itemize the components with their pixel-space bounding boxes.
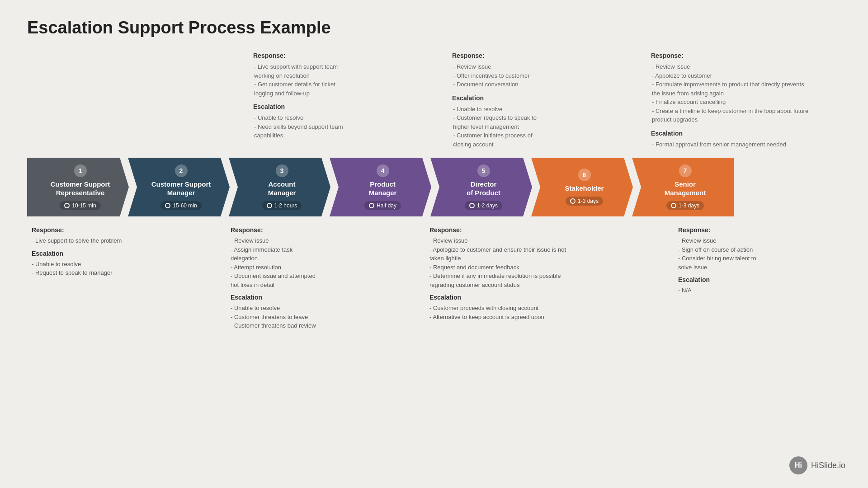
clock-icon-2 xyxy=(165,203,170,208)
bot-annot-e3-item3: - Customer threatens bad review xyxy=(231,321,321,330)
bottom-annotation-col6 xyxy=(574,225,674,330)
block-5: 5 Directorof Product 1-2 days xyxy=(430,158,532,216)
top-annot-r6-item5: - Create a timeline to keep customer in … xyxy=(652,107,809,124)
block-6-num: 6 xyxy=(578,169,591,181)
block-7-time-label: 1-3 days xyxy=(679,202,699,209)
top-annotation-col2: Response: - Live support with support te… xyxy=(249,51,348,149)
block-4-time-label: Half day xyxy=(377,202,396,209)
bot-annot-r7-item2: - Sign off on course of action xyxy=(678,245,769,254)
top-annot-e6-item1: - Formal approval from senior management… xyxy=(652,140,809,149)
bot-annot-e5-item2: - Alternative to keep account is agreed … xyxy=(429,313,570,322)
bottom-annotation-col7: Response: - Review issue - Sign off on c… xyxy=(674,225,773,330)
top-annot-e4-item2: - Customer requests to speak to higher l… xyxy=(453,113,542,131)
bottom-annotation-col5: Response: - Review issue - Apologize to … xyxy=(425,225,574,330)
bot-annot-e3-item2: - Customer threatens to leave xyxy=(231,313,321,322)
bot-annot-response-label-3: Response: xyxy=(231,225,321,235)
bot-annot-e5-item1: - Customer proceeds with closing account xyxy=(429,304,570,313)
logo-icon: Hi xyxy=(789,456,807,474)
bot-annot-r3-item3: - Attempt resolution xyxy=(231,263,321,272)
block-5-time-label: 1-2 days xyxy=(477,202,498,209)
bot-annot-e1-item1: - Unable to resolve xyxy=(32,260,122,269)
block-1: 1 Customer SupportRepresentative 10-15 m… xyxy=(27,158,129,216)
block-3-title: AccountManager xyxy=(268,180,296,197)
block-5-time: 1-2 days xyxy=(465,201,502,210)
block-7-title: SeniorManagement xyxy=(665,180,706,197)
block-3: 3 AccountManager 1-2 hours xyxy=(229,158,330,216)
block-2-num: 2 xyxy=(175,164,188,177)
top-annot-e4-item1: - Unable to resolve xyxy=(453,105,542,114)
bot-annot-esc-label-3: Escalation xyxy=(231,293,321,302)
bot-annot-r3-item2: - Assign immediate task delegation xyxy=(231,245,321,263)
bottom-annotation-col3: Response: - Review issue - Assign immedi… xyxy=(226,225,326,330)
block-6-time: 1-3 days xyxy=(566,197,603,206)
block-5-title: Directorof Product xyxy=(467,180,500,197)
bot-annot-r3-item1: - Review issue xyxy=(231,236,321,245)
bot-annot-e1-item2: - Request to speak to manager xyxy=(32,268,122,277)
block-1-time: 10-15 min xyxy=(60,201,100,210)
top-annot-r2-item2: - Get customer details for ticket loggin… xyxy=(254,80,344,98)
bottom-annotations-row: Response: - Live support to solve the pr… xyxy=(27,225,841,330)
bot-annot-r5-item3: - Request and document feedback xyxy=(429,263,570,272)
top-annot-e2-item1: - Unable to resolve xyxy=(254,113,344,122)
top-annot-e2-item2: - Need skills beyond support team capabi… xyxy=(254,122,344,140)
block-2-title: Customer SupportManager xyxy=(151,180,211,197)
block-3-time: 1-2 hours xyxy=(262,201,302,210)
bot-annot-esc-label-5: Escalation xyxy=(429,293,570,302)
bot-annot-e7-item1: - N/A xyxy=(678,286,769,295)
block-1-time-label: 10-15 min xyxy=(72,202,96,209)
block-3-time-label: 1-2 hours xyxy=(274,202,297,209)
bot-annot-r7-item3: - Consider hiring new talent to solve is… xyxy=(678,254,769,272)
top-annot-r2-item1: - Live support with support team working… xyxy=(254,62,344,80)
block-6-title: Stakeholder xyxy=(565,184,604,193)
block-2-time: 15-60 min xyxy=(160,201,201,210)
block-5-num: 5 xyxy=(477,164,490,177)
top-annot-esc-label-6: Escalation xyxy=(651,129,809,138)
bot-annot-r1-item1: - Live support to solve the problem xyxy=(32,236,122,245)
clock-icon-7 xyxy=(671,203,676,208)
arrow-strip: 1 Customer SupportRepresentative 10-15 m… xyxy=(27,158,841,216)
top-annot-r6-item3: - Formulate improvements to product that… xyxy=(652,80,809,98)
clock-icon-1 xyxy=(64,203,70,208)
top-annot-r6-item4: - Finalize account cancelling xyxy=(652,98,809,107)
top-annot-r4-item3: - Document conversation xyxy=(453,80,542,89)
top-annot-esc-label-2: Escalation xyxy=(253,102,344,112)
top-annot-r6-item2: - Appoloze to customer xyxy=(652,71,809,80)
logo-text: HiSlide.io xyxy=(811,461,845,470)
top-annot-r4-item1: - Review issue xyxy=(453,62,542,71)
block-6-time-label: 1-3 days xyxy=(578,198,599,204)
block-7-time: 1-3 days xyxy=(666,201,704,210)
block-6: 6 Stakeholder 1-3 days xyxy=(531,158,633,216)
block-1-title: Customer SupportRepresentative xyxy=(51,180,110,197)
bottom-annotation-col4 xyxy=(326,225,425,330)
top-annotations-row: Response: - Live support with support te… xyxy=(27,51,841,149)
block-4-time: Half day xyxy=(364,201,401,210)
top-annotation-col6: Response: - Review issue - Appoloze to c… xyxy=(646,51,814,149)
bot-annot-esc-label-7: Escalation xyxy=(678,275,769,285)
bot-annot-response-label-7: Response: xyxy=(678,225,769,235)
bot-annot-r7-item1: - Review issue xyxy=(678,236,769,245)
block-3-num: 3 xyxy=(276,164,288,177)
block-4-num: 4 xyxy=(377,164,389,177)
clock-icon-4 xyxy=(369,203,374,208)
top-annot-r4-item2: - Offer incentives to customer xyxy=(453,71,542,80)
top-annot-esc-label-4: Escalation xyxy=(452,94,542,103)
top-annot-response-label-2: Response: xyxy=(253,51,344,61)
block-2: 2 Customer SupportManager 15-60 min xyxy=(128,158,230,216)
block-7-num: 7 xyxy=(679,164,692,177)
main-container: Response: - Live support with support te… xyxy=(27,51,841,330)
bot-annot-esc-label-1: Escalation xyxy=(32,249,122,258)
block-1-num: 1 xyxy=(74,164,87,177)
block-4: 4 ProductManager Half day xyxy=(330,158,431,216)
bot-annot-response-label-1: Response: xyxy=(32,225,122,235)
clock-icon-5 xyxy=(469,203,475,208)
bot-annot-r3-item4: - Document issue and attempted hot fixes… xyxy=(231,272,321,289)
logo: Hi HiSlide.io xyxy=(789,456,845,474)
bot-annot-response-label-5: Response: xyxy=(429,225,570,235)
block-2-time-label: 15-60 min xyxy=(173,202,197,209)
bot-annot-e3-item1: - Unable to resolve xyxy=(231,304,321,313)
clock-icon-3 xyxy=(267,203,272,208)
bottom-annotation-col2 xyxy=(127,225,226,330)
bot-annot-r5-item4: - Determine if any immediate resolution … xyxy=(429,272,570,289)
page-title: Escalation Support Process Example xyxy=(27,18,841,38)
top-annot-response-label-4: Response: xyxy=(452,51,542,61)
